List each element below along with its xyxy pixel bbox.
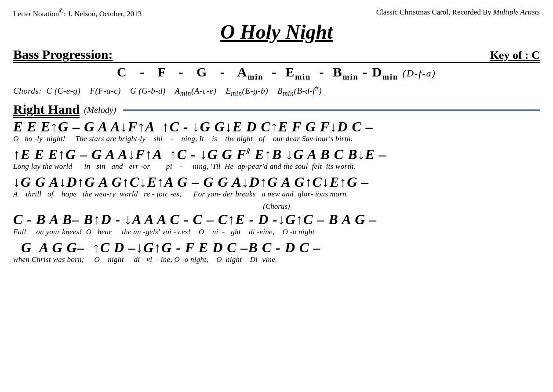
header-right-italic: Multiple Artists xyxy=(493,8,540,16)
blue-divider xyxy=(123,109,540,111)
chord-C: C xyxy=(117,65,127,79)
chorus-label: (Chorus) xyxy=(13,202,540,211)
right-hand-label: Right Hand xyxy=(13,102,80,118)
header: Letter Notation©: J. Nelson, October, 20… xyxy=(13,8,540,18)
chord-Dmin: Dmin xyxy=(372,65,398,79)
music-line-3: ↓G G A↓D↑G A G↑C↓E↑A G – G G A↓D↑G A G↑C… xyxy=(13,174,540,190)
music-line-4: C - B A B– B↑D - ↓A A A C - C – C↑E - D … xyxy=(13,212,540,227)
song-title: O Holy Night xyxy=(13,20,540,44)
lyrics-line-2: Long lay the world in sin and err -or pi… xyxy=(13,162,540,171)
bass-key-row: Bass Progression: Key of : C xyxy=(13,47,540,63)
copyright-symbol: © xyxy=(59,8,64,15)
header-left-suffix: : J. Nelson, October, 2013 xyxy=(64,10,142,18)
chord-G: G xyxy=(196,65,207,79)
key-label: Key of : C xyxy=(490,49,540,62)
lyrics-line-1: O ho -ly night! The stars are bright-ly … xyxy=(13,134,540,143)
lyrics-line-4: Fall on your knees! O hear the an -gels'… xyxy=(13,228,540,236)
bass-label: Bass Progression: xyxy=(13,47,113,62)
chords-line: Chords: C (C-e-g) F(F-a-c) G (G-b-d) Ami… xyxy=(13,84,540,98)
lyrics-line-5: when Christ was born; O night di - vi - … xyxy=(13,255,540,264)
chord-Emin: Emin xyxy=(285,65,311,79)
chord-Amin: Amin xyxy=(237,65,264,79)
lyrics-line-3: A thrill of hope the wea-ry world re - j… xyxy=(13,190,540,199)
chord-Bmin: Bmin xyxy=(333,65,358,79)
bass-progression: C - F - G - Amin - Emin - Bmin - Dmin (D… xyxy=(13,65,540,82)
music-line-5: G A G G– ↑C D –↓G↑G - F E D C –B C - D C… xyxy=(13,240,540,255)
music-line-2: ↑E E E↑G – G A A↓F↑A ↑C - ↓G G F# E↑B ↓G… xyxy=(13,147,540,162)
chord-Dmin-notes: (D-f-a) xyxy=(403,68,436,79)
music-line-1: E E E↑G – G A A↓F↑A ↑C - ↓G G↓E D C↑E F … xyxy=(13,119,540,134)
melody-label: (Melody) xyxy=(84,105,116,115)
header-right: Classic Christmas Carol, Recorded By Mul… xyxy=(376,8,540,17)
header-left-text: Letter Notation xyxy=(13,10,59,18)
header-right-plain: Classic Christmas Carol, Recorded By xyxy=(376,8,493,16)
right-hand-header: Right Hand (Melody) xyxy=(13,102,540,118)
chord-F: F xyxy=(158,65,166,79)
header-left: Letter Notation©: J. Nelson, October, 20… xyxy=(13,8,142,18)
